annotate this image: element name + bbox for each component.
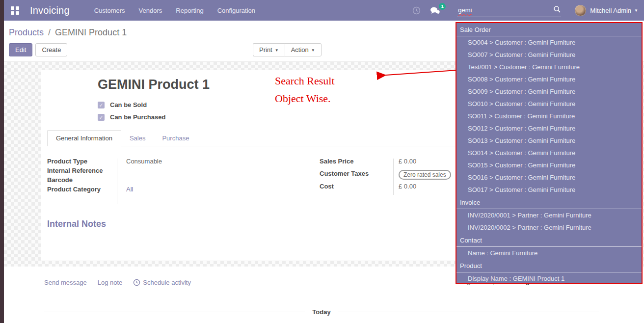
send-message-button[interactable]: Send message (44, 279, 87, 286)
tab-sales[interactable]: Sales (121, 131, 154, 146)
nav-menu-reporting[interactable]: Reporting (176, 7, 203, 14)
user-avatar[interactable] (575, 5, 586, 16)
message-count-badge: 1 (439, 3, 446, 10)
field-label: Cost (320, 183, 393, 190)
checkbox-row: ✓Can be Purchased (98, 111, 165, 123)
field-value: Zero rated sales (393, 170, 451, 180)
search-result-item[interactable]: SO010 > Customer : Gemini Furniture (456, 98, 642, 110)
annotation-text: Search Result Object Wise. (275, 72, 335, 108)
apps-menu-icon[interactable] (11, 6, 19, 15)
checkbox-label: Can be Purchased (110, 113, 165, 121)
search-result-item[interactable]: INV/2020/0002 > Partner : Gemini Furnitu… (456, 221, 642, 234)
window-edge-strip (0, 0, 4, 323)
field-value: £ 0.00 (393, 158, 416, 165)
search-result-item[interactable]: SO013 > Customer : Gemini Furniture (456, 135, 642, 147)
field-product-type: Product TypeConsumable (47, 158, 253, 167)
field-value: Consumable (117, 158, 162, 165)
field-separator-line (393, 159, 394, 195)
internal-notes-heading: Internal Notes (47, 219, 106, 229)
field-label: Customer Taxes (320, 170, 393, 177)
search-category-contact: Contact (456, 234, 642, 247)
search-results-dropdown: Sale OrderSO004 > Customer : Gemini Furn… (456, 22, 643, 284)
main-menu: CustomersVendorsReportingConfiguration (94, 7, 255, 14)
create-button[interactable]: Create (35, 43, 67, 56)
print-caret-icon: ▼ (275, 48, 279, 53)
search-result-item[interactable]: SO012 > Customer : Gemini Furniture (456, 122, 642, 135)
field-label: Sales Price (320, 158, 393, 165)
nav-menu-customers[interactable]: Customers (94, 7, 125, 14)
search-result-item[interactable]: Display Name : GEMINI Product 1 (456, 272, 642, 284)
field-label: Barcode (47, 176, 117, 184)
search-category-invoice: Invoice (456, 196, 642, 209)
search-result-item[interactable]: SO008 > Customer : Gemini Furniture (456, 73, 642, 85)
field-group-left: Product TypeConsumableInternal Reference… (47, 158, 253, 205)
app-title[interactable]: Invoicing (30, 5, 70, 16)
today-divider: Today (44, 308, 599, 316)
schedule-activity-button[interactable]: Schedule activity (133, 279, 191, 286)
field-label: Product Type (47, 158, 117, 165)
annotation-arrow (369, 64, 457, 83)
field-value: £ 0.00 (393, 183, 416, 190)
field-barcode: Barcode (47, 176, 253, 186)
search-result-item[interactable]: SO011 > Customer : Gemini Furniture (456, 110, 642, 122)
field-label: Product Category (47, 186, 117, 193)
search-query-text: gemi (457, 6, 553, 14)
tab-general-information[interactable]: General Information (47, 130, 121, 146)
search-result-item[interactable]: Name : Gemini Furniture (456, 247, 642, 259)
nav-menu-configuration[interactable]: Configuration (217, 7, 255, 14)
activities-clock-icon[interactable] (412, 6, 421, 15)
checkbox-can-be-purchased[interactable]: ✓ (98, 114, 105, 121)
top-navbar: Invoicing CustomersVendorsReportingConfi… (4, 0, 644, 21)
search-result-item[interactable]: SO007 > Customer : Gemini Furniture (456, 49, 642, 61)
global-search-input[interactable]: gemi (457, 4, 561, 17)
search-result-item[interactable]: SO017 > Customer : Gemini Furniture (456, 184, 642, 196)
search-result-item[interactable]: INV/2020/0001 > Partner : Gemini Furnitu… (456, 209, 642, 221)
field-separator-line (117, 159, 117, 204)
action-menu-button[interactable]: Action▼ (285, 43, 322, 56)
search-icon[interactable] (553, 5, 561, 15)
search-result-item[interactable]: SO016 > Customer : Gemini Furniture (456, 171, 642, 184)
search-category-product: Product (456, 259, 642, 272)
search-result-item[interactable]: Test/001 > Customer : Gemini Furniture (456, 61, 642, 73)
field-value[interactable]: All (117, 186, 133, 193)
log-note-button[interactable]: Log note (98, 279, 123, 286)
action-caret-icon: ▼ (311, 48, 315, 53)
search-category-sale-order: Sale Order (456, 23, 642, 36)
user-menu[interactable]: Mitchell Admin (590, 7, 631, 14)
checkbox-row: ✓Can be Sold (98, 99, 165, 111)
field-label: Internal Reference (47, 167, 117, 174)
field-internal-reference: Internal Reference (47, 167, 253, 176)
tab-purchase[interactable]: Purchase (154, 131, 197, 146)
field-product-category: Product CategoryAll (47, 186, 253, 195)
user-menu-caret-icon[interactable]: ▼ (634, 8, 638, 13)
checkbox-label: Can be Sold (110, 101, 147, 108)
breadcrumb-current: GEMINI Product 1 (55, 27, 127, 37)
search-result-item[interactable]: SO015 > Customer : Gemini Furniture (456, 159, 642, 171)
breadcrumb: Products / GEMINI Product 1 (9, 27, 127, 38)
tax-badge: Zero rated sales (399, 170, 451, 180)
print-menu-button[interactable]: Print▼ (253, 43, 285, 56)
search-result-item[interactable]: SO004 > Customer : Gemini Furniture (456, 36, 642, 49)
search-result-item[interactable]: SO009 > Customer : Gemini Furniture (456, 85, 642, 98)
product-flags: ✓Can be Sold✓Can be Purchased (98, 99, 165, 123)
nav-menu-vendors[interactable]: Vendors (139, 7, 162, 14)
search-result-item[interactable]: SO014 > Customer : Gemini Furniture (456, 147, 642, 159)
product-title: GEMINI Product 1 (98, 77, 210, 92)
edit-button[interactable]: Edit (9, 43, 32, 56)
messages-icon[interactable]: 1 (429, 6, 440, 15)
breadcrumb-products-link[interactable]: Products (9, 27, 44, 37)
schedule-clock-icon (133, 279, 140, 286)
checkbox-can-be-sold[interactable]: ✓ (98, 102, 105, 108)
